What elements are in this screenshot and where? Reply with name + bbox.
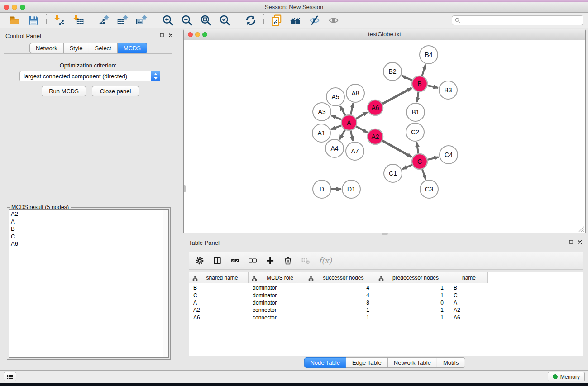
network-canvas[interactable]: B4B2BB3A8A5A6A3B1AC2A1A2A4A7C4CC1C3DD1: [184, 40, 585, 233]
graph-node-D1[interactable]: D1: [342, 180, 360, 198]
splitter-handle[interactable]: [184, 185, 186, 192]
tab-select[interactable]: Select: [89, 43, 118, 53]
graph-node-C1[interactable]: C1: [384, 164, 402, 182]
graph-node-A2[interactable]: A2: [368, 129, 383, 144]
function-builder-icon[interactable]: f(x): [319, 256, 332, 265]
cell-MCDS-role: dominator: [249, 300, 305, 306]
graph-node-C4[interactable]: C4: [440, 146, 458, 164]
graph-node-A1[interactable]: A1: [312, 124, 330, 142]
graph-node-A6[interactable]: A6: [368, 100, 383, 115]
column-header-predecessor-nodes[interactable]: predecessor nodes: [375, 272, 449, 283]
graph-node-B4[interactable]: B4: [420, 46, 438, 64]
delete-table-icon[interactable]: [301, 256, 311, 266]
cell-name: C: [449, 292, 488, 299]
delete-column-icon[interactable]: [283, 256, 293, 266]
graph-node-C2[interactable]: C2: [406, 123, 424, 141]
mcds-result-item[interactable]: C: [11, 233, 162, 241]
table-row[interactable]: Bdominator41B: [189, 284, 583, 291]
table-row[interactable]: A6connector11A6: [189, 314, 583, 321]
memory-button[interactable]: Memory: [548, 372, 585, 381]
cell-MCDS-role: dominator: [249, 292, 305, 299]
export-network-icon[interactable]: [97, 14, 111, 27]
toolbar-group: [91, 14, 155, 27]
clone-network-icon[interactable]: [270, 14, 283, 27]
graph-node-C[interactable]: C: [412, 154, 427, 169]
column-header-name[interactable]: name: [449, 272, 488, 283]
result-list-scrollbar[interactable]: [163, 210, 168, 357]
float-panel-icon[interactable]: [159, 33, 165, 38]
table-options-icon[interactable]: [195, 256, 205, 266]
svg-text:A2: A2: [371, 133, 379, 140]
mcds-result-item[interactable]: A: [11, 218, 162, 226]
graph-node-A4[interactable]: A4: [325, 139, 344, 157]
tab-network[interactable]: Network: [29, 43, 64, 53]
mcds-result-item[interactable]: A6: [11, 240, 162, 248]
cell-successor-nodes: 1: [305, 307, 375, 313]
close-table-panel-icon[interactable]: [577, 239, 583, 245]
tab-mcds[interactable]: MCDS: [118, 43, 147, 53]
optimization-criterion-dropdown[interactable]: largest connected component (directed): [19, 71, 160, 81]
table-tab-network-table[interactable]: Network Table: [388, 357, 437, 368]
hide-selected-icon[interactable]: [308, 14, 321, 27]
zoom-fit-icon[interactable]: [199, 14, 213, 27]
import-table-icon[interactable]: [72, 14, 85, 27]
apply-layout-icon[interactable]: [289, 14, 302, 27]
add-column-icon[interactable]: [266, 256, 276, 266]
show-all-icon[interactable]: [327, 14, 340, 27]
zoom-in-icon[interactable]: [161, 14, 175, 27]
cell-name: A: [449, 300, 488, 306]
table-toolbar: f(x): [189, 252, 583, 270]
graph-node-A7[interactable]: A7: [346, 142, 364, 160]
zoom-out-icon[interactable]: [180, 14, 194, 27]
table-header-row: shared nameMCDS rolesuccessor nodesprede…: [189, 272, 583, 283]
table-tab-motifs[interactable]: Motifs: [437, 357, 465, 368]
zoom-selected-icon[interactable]: [218, 14, 232, 27]
graph-node-B2[interactable]: B2: [383, 62, 402, 81]
graph-node-A3[interactable]: A3: [313, 103, 331, 121]
search-box[interactable]: [452, 15, 583, 25]
graph-node-B3[interactable]: B3: [439, 81, 457, 99]
resize-grip-icon[interactable]: [578, 226, 584, 232]
run-mcds-button[interactable]: Run MCDS: [42, 86, 86, 96]
table-row[interactable]: A2connector11A2: [189, 306, 583, 314]
graph-node-B1[interactable]: B1: [406, 103, 425, 121]
cell-shared-name: A2: [189, 307, 249, 313]
table-row[interactable]: Adominator80A: [189, 299, 583, 306]
graph-node-A[interactable]: A: [341, 115, 357, 130]
svg-text:C4: C4: [445, 151, 453, 158]
mcds-result-item[interactable]: B: [11, 225, 162, 233]
mcds-result-item[interactable]: A2: [11, 210, 162, 218]
graph-node-A8[interactable]: A8: [346, 84, 364, 102]
graph-node-B[interactable]: B: [412, 76, 427, 91]
graph-node-C3[interactable]: C3: [420, 180, 438, 198]
memory-label: Memory: [560, 374, 580, 380]
svg-text:C3: C3: [425, 186, 433, 193]
column-header-shared-name[interactable]: shared name: [189, 272, 249, 283]
graph-node-D[interactable]: D: [313, 180, 331, 198]
open-file-icon[interactable]: [8, 14, 21, 27]
export-table-icon[interactable]: [116, 14, 130, 27]
table-row[interactable]: Cdominator41C: [189, 291, 583, 299]
column-header-MCDS-role[interactable]: MCDS role: [249, 272, 305, 283]
save-session-icon[interactable]: [27, 14, 40, 27]
task-history-icon[interactable]: [4, 372, 16, 381]
search-input[interactable]: [461, 17, 583, 24]
export-image-icon[interactable]: [135, 14, 149, 27]
graph-node-A5[interactable]: A5: [326, 88, 344, 106]
deselect-all-icon[interactable]: [248, 256, 258, 266]
close-panel-icon[interactable]: [168, 33, 173, 38]
select-all-icon[interactable]: [230, 256, 240, 266]
tab-style[interactable]: Style: [64, 43, 89, 53]
show-columns-icon[interactable]: [213, 256, 223, 266]
refresh-view-icon[interactable]: [244, 14, 258, 27]
svg-text:A7: A7: [351, 148, 359, 155]
float-table-panel-icon[interactable]: [569, 239, 574, 245]
cell-MCDS-role: connector: [249, 307, 305, 313]
table-tab-edge-table[interactable]: Edge Table: [346, 357, 388, 368]
column-header-successor-nodes[interactable]: successor nodes: [305, 272, 375, 283]
close-panel-button[interactable]: Close panel: [92, 86, 139, 96]
splitter-handle-horizontal[interactable]: [382, 233, 388, 235]
import-network-icon[interactable]: [53, 14, 66, 27]
svg-text:A6: A6: [371, 104, 379, 111]
table-tab-node-table[interactable]: Node Table: [304, 357, 346, 368]
